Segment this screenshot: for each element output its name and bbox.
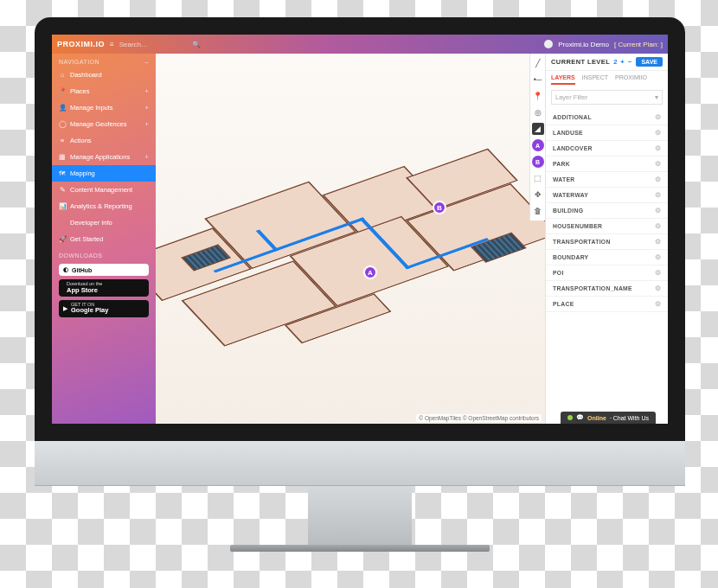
layer-row-building[interactable]: BUILDING⚙: [546, 203, 668, 219]
layer-name: HOUSENUMBER: [553, 223, 602, 229]
gear-icon[interactable]: ⚙: [655, 269, 661, 277]
gear-icon[interactable]: ⚙: [655, 207, 661, 214]
sidebar-item-analytics-reporting[interactable]: 📊Analytics & Reporting: [52, 198, 156, 214]
tool-fill[interactable]: ◢: [532, 123, 544, 135]
map-area[interactable]: A B © OpenMapTiles © OpenStreetMap contr…: [156, 54, 545, 424]
search-input[interactable]: [119, 41, 189, 48]
layer-filter[interactable]: Layer Filter ▾: [551, 90, 663, 105]
save-button[interactable]: SAVE: [636, 57, 663, 67]
plan-link[interactable]: [ Current Plan: ]: [614, 41, 663, 48]
avatar[interactable]: [544, 40, 553, 48]
layer-name: WATER: [553, 176, 575, 182]
map-marker-b[interactable]: B: [433, 201, 446, 214]
chat-widget[interactable]: 💬 Online · Chat With Us: [561, 412, 656, 424]
layer-row-waterway[interactable]: WATERWAY⚙: [546, 188, 668, 203]
gear-icon[interactable]: ⚙: [655, 238, 661, 246]
map-marker-a[interactable]: A: [363, 265, 377, 279]
tool-move[interactable]: ✥: [532, 189, 544, 201]
layer-name: PLACE: [553, 301, 574, 307]
layer-name: PARK: [553, 161, 570, 167]
layer-row-transportation[interactable]: TRANSPORTATION⚙: [546, 234, 668, 250]
brand-logo: PROXIMI.IO: [57, 40, 105, 48]
tool-node[interactable]: •─: [532, 74, 544, 86]
sidebar-item-label: Get Started: [70, 235, 103, 243]
tool-trash[interactable]: 🗑: [532, 205, 544, 217]
topbar-search[interactable]: 🔍: [119, 41, 223, 48]
layer-row-transportation_name[interactable]: TRANSPORTATION_NAME⚙: [546, 281, 668, 297]
level-decrement[interactable]: −: [628, 58, 631, 66]
sidebar-item-content-management[interactable]: ✎Content Management: [52, 182, 156, 198]
sidebar-item-label: Manage Applications: [70, 153, 130, 161]
badge-googleplay[interactable]: ▶ GET IT ON Google Play: [59, 300, 149, 317]
gear-icon[interactable]: ⚙: [655, 113, 661, 121]
user-name[interactable]: Proximi.io Demo: [558, 41, 609, 48]
gear-icon[interactable]: ⚙: [655, 129, 661, 137]
tool-level-b[interactable]: B: [532, 156, 544, 168]
sidebar-item-label: Manage Geofences: [70, 120, 126, 128]
sidebar-item-label: Developer Info: [70, 219, 112, 227]
chat-status: Online: [587, 415, 606, 421]
tab-layers[interactable]: LAYERS: [551, 74, 575, 85]
plus-icon[interactable]: +: [145, 87, 149, 95]
nav-icon: 🚀: [59, 235, 66, 243]
layer-name: POI: [553, 270, 564, 276]
plus-icon[interactable]: +: [145, 104, 149, 112]
gear-icon[interactable]: ⚙: [655, 222, 661, 230]
sidebar-item-manage-applications[interactable]: ▦Manage Applications+: [52, 149, 156, 165]
layer-name: ADDITIONAL: [553, 114, 592, 120]
badge-github[interactable]: ◐ GitHub: [59, 264, 149, 276]
layer-list: ADDITIONAL⚙LANDUSE⚙LANDCOVER⚙PARK⚙WATER⚙…: [546, 110, 668, 424]
nav-icon: 📊: [59, 202, 66, 210]
layer-row-place[interactable]: PLACE⚙: [546, 297, 668, 312]
plus-icon[interactable]: +: [145, 120, 149, 128]
sidebar-item-get-started[interactable]: 🚀Get Started: [52, 231, 156, 247]
plus-icon[interactable]: +: [145, 153, 149, 161]
sidebar-item-label: Mapping: [70, 169, 95, 177]
sidebar-item-manage-inputs[interactable]: 👤Manage Inputs+: [52, 99, 156, 116]
gear-icon[interactable]: ⚙: [655, 300, 661, 308]
tool-pin[interactable]: 📍: [532, 90, 544, 102]
menu-icon[interactable]: ≡: [110, 41, 114, 48]
tab-inspect[interactable]: INSPECT: [582, 74, 608, 85]
sidebar-item-mapping[interactable]: 🗺Mapping: [52, 165, 156, 182]
tool-target[interactable]: ◎: [532, 106, 544, 118]
gear-icon[interactable]: ⚙: [655, 176, 661, 183]
layer-row-additional[interactable]: ADDITIONAL⚙: [546, 110, 668, 125]
tab-proximiio[interactable]: PROXIMIIO: [615, 74, 647, 85]
sidebar-item-manage-geofences[interactable]: ◯Manage Geofences+: [52, 116, 156, 132]
nav-icon: ◯: [59, 120, 66, 128]
layer-name: TRANSPORTATION: [553, 239, 611, 245]
sidebar-item-actions[interactable]: ≡Actions: [52, 132, 156, 149]
sidebar-item-dashboard[interactable]: ⌂Dashboard: [52, 67, 156, 83]
layer-row-water[interactable]: WATER⚙: [546, 172, 668, 188]
gear-icon[interactable]: ⚙: [655, 144, 661, 152]
layer-row-boundary[interactable]: BOUNDARY⚙: [546, 250, 668, 265]
chat-text: · Chat With Us: [610, 415, 649, 421]
search-icon[interactable]: 🔍: [192, 41, 201, 48]
gear-icon[interactable]: ⚙: [655, 284, 661, 292]
sidebar-item-label: Manage Inputs: [70, 104, 113, 112]
sidebar: NAVIGATION– ⌂Dashboard📍Places+👤Manage In…: [52, 54, 156, 424]
chevron-down-icon: ▾: [655, 93, 658, 101]
panel-tabs: LAYERS INSPECT PROXIMIIO: [546, 71, 668, 85]
gear-icon[interactable]: ⚙: [655, 191, 661, 199]
level-increment[interactable]: +: [620, 58, 624, 66]
play-icon: ▶: [63, 305, 67, 312]
tool-line[interactable]: ╱: [532, 57, 544, 69]
sidebar-item-places[interactable]: 📍Places+: [52, 83, 156, 99]
layer-row-park[interactable]: PARK⚙: [546, 157, 668, 172]
map-canvas[interactable]: A B © OpenMapTiles © OpenStreetMap contr…: [156, 54, 545, 424]
badge-appstore[interactable]: Download on the App Store: [59, 279, 149, 297]
nav-icon: ▦: [59, 153, 66, 161]
gear-icon[interactable]: ⚙: [655, 160, 661, 168]
layer-row-landuse[interactable]: LANDUSE⚙: [546, 125, 668, 141]
map-attribution: © OpenMapTiles © OpenStreetMap contribut…: [416, 414, 542, 422]
layer-row-poi[interactable]: POI⚙: [546, 265, 668, 281]
layer-row-landcover[interactable]: LANDCOVER⚙: [546, 141, 668, 157]
tool-select[interactable]: ⬚: [532, 172, 544, 184]
sidebar-item-developer-info[interactable]: Developer Info: [52, 214, 156, 231]
floorplan: [156, 107, 545, 386]
gear-icon[interactable]: ⚙: [655, 253, 661, 261]
layer-row-housenumber[interactable]: HOUSENUMBER⚙: [546, 219, 668, 234]
tool-level-a[interactable]: A: [532, 139, 544, 151]
